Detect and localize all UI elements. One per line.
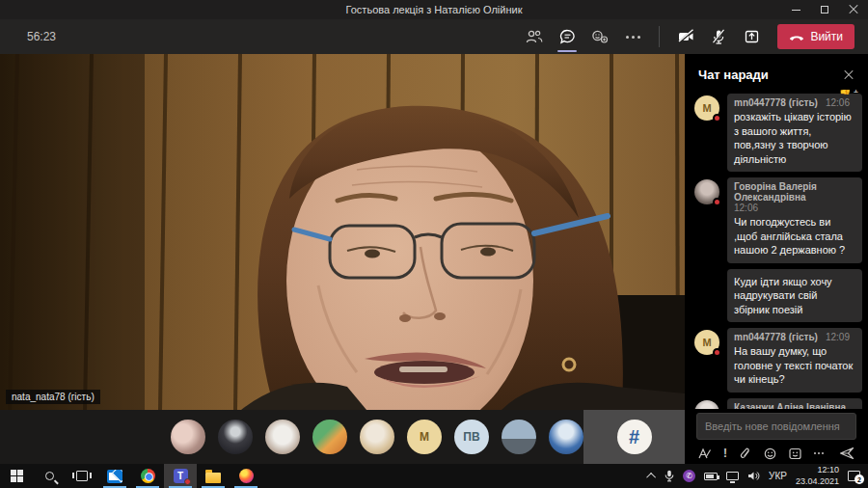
- language-indicator[interactable]: УКР: [769, 471, 787, 481]
- window-controls: [781, 0, 868, 19]
- participant-avatar[interactable]: [312, 420, 347, 454]
- chat-button[interactable]: [554, 23, 581, 50]
- teams-meeting-window: Гостьова лекція з Наталією Олійник 56:23: [0, 0, 868, 488]
- camera-off-button[interactable]: [672, 23, 699, 50]
- share-button[interactable]: [738, 23, 765, 50]
- chat-input[interactable]: [696, 413, 856, 440]
- minimize-button[interactable]: [781, 0, 810, 19]
- maximize-button[interactable]: [810, 0, 839, 19]
- chat-avatar[interactable]: М: [694, 330, 719, 355]
- chat-bubble: mn0447778 (гість)12:09 На вашу думку, що…: [727, 328, 862, 393]
- send-icon[interactable]: [839, 447, 854, 460]
- main-video[interactable]: nata_nata78 (гість): [0, 54, 685, 410]
- chat-avatar[interactable]: [694, 400, 719, 409]
- chat-avatar[interactable]: М: [694, 95, 719, 121]
- participant-avatar[interactable]: [218, 420, 253, 454]
- important-icon[interactable]: !: [723, 447, 727, 460]
- mail-icon: [107, 470, 122, 483]
- leave-label: Вийти: [810, 30, 843, 43]
- speaker-name-label: nata_nata78 (гість): [6, 390, 100, 404]
- chat-avatar-column: М: [694, 94, 723, 172]
- chat-message: Казанжи Аліна Іванівна12:10Яку свою робо…: [694, 398, 862, 409]
- tray-expand-button[interactable]: [649, 473, 656, 479]
- composer-more-icon[interactable]: [814, 452, 824, 454]
- participant-avatar[interactable]: [502, 420, 536, 454]
- reactions-button[interactable]: [586, 23, 613, 50]
- leave-button[interactable]: Вийти: [777, 24, 854, 49]
- mic-off-button[interactable]: [705, 23, 732, 50]
- windows-taskbar: T ✆ УКР 12:10 23.04.2021: [0, 464, 868, 488]
- message-header: Говоріна Валерія Олександрівна12:06: [734, 181, 855, 213]
- message-time: 12:06: [826, 97, 850, 108]
- message-time: 12:09: [826, 332, 850, 342]
- message-header: mn0447778 (гість)12:06: [734, 97, 855, 108]
- tray-viber-icon[interactable]: ✆: [683, 470, 695, 482]
- more-options-icon: [626, 36, 640, 39]
- chat-message: Мmn0447778 (гість)12:09 На вашу думку, щ…: [694, 328, 862, 393]
- close-icon: [849, 5, 858, 14]
- close-button[interactable]: [839, 0, 868, 19]
- teams-icon: T: [174, 469, 188, 483]
- notification-badge: 2: [854, 474, 864, 484]
- chat-message: Куди ідти якщо хочу надрукувати свій збі…: [694, 269, 862, 323]
- chat-avatar-column: М: [694, 328, 723, 393]
- mic-off-icon: [711, 29, 726, 45]
- tray-battery-icon[interactable]: [704, 473, 718, 480]
- chat-avatar-column: [694, 269, 723, 323]
- chat-message: М👍1mn0447778 (гість)12:06розкажіть цікав…: [694, 94, 862, 172]
- participant-strip: МПВ #: [0, 410, 685, 464]
- tray-network-icon[interactable]: [726, 472, 739, 480]
- action-center-button[interactable]: 2: [848, 471, 860, 481]
- participant-avatar[interactable]: М: [407, 420, 442, 454]
- chat-bubble: Казанжи Аліна Іванівна12:10Яку свою робо…: [727, 398, 862, 409]
- tray-mic-icon[interactable]: [665, 470, 674, 482]
- emoji-icon[interactable]: [764, 447, 776, 460]
- attach-icon[interactable]: [740, 447, 751, 460]
- composer-toolbar: !: [696, 440, 856, 460]
- format-icon[interactable]: [698, 447, 711, 460]
- chat-message: Говоріна Валерія Олександрівна12:06Чи по…: [694, 177, 862, 263]
- folder-icon: [205, 473, 221, 483]
- meeting-toolbar: 56:23: [0, 19, 868, 54]
- more-options-button[interactable]: [619, 23, 646, 50]
- minimize-icon: [792, 10, 800, 11]
- participants-button[interactable]: [521, 23, 548, 50]
- chat-close-icon[interactable]: [843, 69, 854, 81]
- action-center-icon: 2: [848, 471, 860, 481]
- participant-avatar[interactable]: [171, 420, 205, 454]
- giphy-icon[interactable]: [789, 447, 801, 460]
- start-button[interactable]: [0, 464, 33, 488]
- participant-avatar[interactable]: [549, 420, 583, 454]
- message-author: Казанжи Аліна Іванівна: [734, 402, 846, 409]
- chat-header: Чат наради: [685, 54, 868, 90]
- tray-volume-icon[interactable]: [747, 471, 760, 481]
- search-button[interactable]: [33, 464, 66, 488]
- task-view-button[interactable]: [66, 464, 98, 488]
- message-header: Казанжи Аліна Іванівна12:10: [734, 402, 855, 409]
- reaction-badge[interactable]: 👍1: [839, 90, 858, 95]
- message-author: mn0447778 (гість): [734, 332, 818, 342]
- taskbar-firefox[interactable]: [230, 464, 262, 488]
- message-time: 12:06: [734, 203, 758, 213]
- taskbar-teams[interactable]: T: [164, 464, 197, 488]
- chat-bubble: Говоріна Валерія Олександрівна12:06Чи по…: [727, 177, 862, 263]
- taskbar-mail[interactable]: [98, 464, 131, 488]
- chat-avatar[interactable]: [694, 179, 719, 204]
- message-text: Чи погоджустесь ви ,щоб англійська стала…: [734, 215, 855, 258]
- chat-avatar-column: [694, 398, 723, 409]
- chat-avatar-column: [694, 177, 723, 263]
- chat-bubble: 👍1mn0447778 (гість)12:06розкажіть цікаву…: [727, 94, 862, 172]
- taskbar-clock[interactable]: 12:10 23.04.2021: [796, 465, 839, 487]
- participant-avatar[interactable]: [265, 420, 300, 454]
- participant-avatar[interactable]: ПВ: [454, 420, 489, 454]
- self-video-tile[interactable]: #: [583, 410, 685, 464]
- participant-avatar[interactable]: [360, 420, 394, 454]
- chat-icon: [559, 29, 576, 44]
- taskbar-chrome[interactable]: [131, 464, 164, 488]
- taskbar-explorer[interactable]: [197, 464, 230, 488]
- presence-busy-dot: [713, 114, 721, 122]
- participant-avatars: МПВ: [171, 420, 583, 454]
- chat-panel: Чат наради М👍1mn0447778 (гість)12:06розк…: [685, 54, 868, 464]
- clock-date: 23.04.2021: [796, 476, 839, 486]
- message-header: mn0447778 (гість)12:09: [734, 332, 855, 342]
